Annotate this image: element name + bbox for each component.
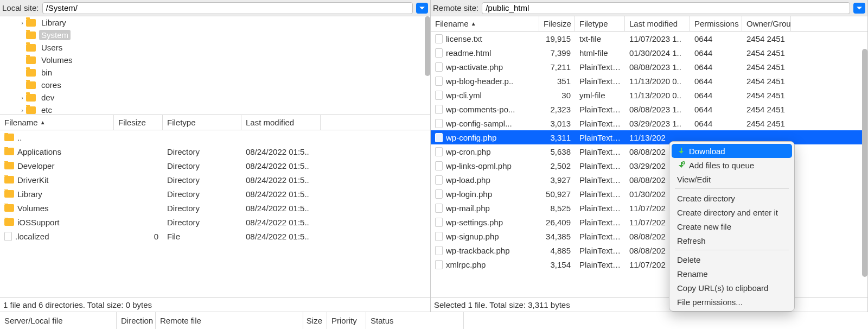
- file-type: PlainTextT..: [575, 161, 625, 170]
- file-permissions: 0644: [690, 105, 742, 114]
- file-owner: 2454 2451: [742, 77, 791, 86]
- menu-view-edit[interactable]: View/Edit: [672, 172, 792, 186]
- expand-arrow-icon[interactable]: ›: [18, 107, 26, 113]
- add-queue-icon: [677, 161, 686, 169]
- list-row[interactable]: iOSSupportDirectory08/24/2022 01:5..: [0, 215, 430, 229]
- file-type: PlainTextT..: [575, 62, 625, 72]
- tree-item[interactable]: cores: [0, 79, 430, 91]
- queue-col-priority[interactable]: Priority: [327, 312, 366, 329]
- list-row[interactable]: xmlrpc.php3,154PlainTextT..11/07/202: [431, 257, 867, 271]
- list-row[interactable]: wp-config.php3,311PlainTextT..11/13/202: [431, 130, 867, 144]
- queue-col-blank: [464, 312, 868, 329]
- menu-refresh[interactable]: Refresh: [672, 233, 792, 248]
- tree-item[interactable]: ›Library: [0, 16, 430, 29]
- local-col-filename[interactable]: Filename ▲: [0, 115, 114, 130]
- remote-site-dropdown[interactable]: [853, 3, 865, 14]
- folder-icon: [26, 94, 36, 102]
- local-file-listing[interactable]: ..ApplicationsDirectory08/24/2022 01:5..…: [0, 130, 430, 298]
- file-name: wp-signup.php: [446, 232, 499, 241]
- menu-add-to-queue[interactable]: Add files to queue: [672, 158, 792, 172]
- list-row[interactable]: LibraryDirectory08/24/2022 01:5..: [0, 187, 430, 201]
- tree-item[interactable]: ›etc: [0, 104, 430, 115]
- remote-site-input[interactable]: [482, 2, 850, 14]
- expand-arrow-icon[interactable]: ›: [18, 94, 26, 101]
- local-col-filesize[interactable]: Filesize: [114, 115, 163, 130]
- file-permissions: 0644: [690, 48, 742, 58]
- list-row[interactable]: wp-activate.php7,211PlainTextT..08/08/20…: [431, 60, 867, 74]
- local-tree-scrollbar[interactable]: [425, 16, 430, 76]
- queue-col-direction[interactable]: Direction: [117, 312, 156, 329]
- list-row[interactable]: DriverKitDirectory08/24/2022 01:5..: [0, 173, 430, 187]
- list-row[interactable]: wp-links-opml.php2,502PlainTextT..03/29/…: [431, 159, 867, 173]
- file-modified: 08/24/2022 01:5..: [241, 189, 321, 199]
- menu-create-file[interactable]: Create new file: [672, 219, 792, 233]
- file-name: Applications: [17, 147, 61, 156]
- file-type: PlainTextT..: [575, 133, 625, 142]
- file-name: wp-load.php: [446, 175, 490, 185]
- list-row[interactable]: wp-mail.php8,525PlainTextT..11/07/202: [431, 201, 867, 215]
- remote-col-owner[interactable]: Owner/Group: [742, 16, 791, 31]
- file-name: Volumes: [17, 204, 49, 213]
- tree-item[interactable]: bin: [0, 66, 430, 79]
- remote-col-filetype[interactable]: Filetype: [575, 16, 625, 31]
- local-col-modified[interactable]: Last modified: [241, 115, 321, 130]
- menu-file-permissions[interactable]: File permissions...: [672, 295, 792, 309]
- list-row[interactable]: wp-settings.php26,409PlainTextT..11/07/2…: [431, 215, 867, 229]
- tree-item[interactable]: ›dev: [0, 91, 430, 104]
- list-row[interactable]: VolumesDirectory08/24/2022 01:5..: [0, 201, 430, 215]
- local-header-row: Filename ▲ Filesize Filetype Last modifi…: [0, 115, 430, 130]
- file-icon: [435, 62, 443, 72]
- file-name: Developer: [17, 161, 54, 170]
- list-row[interactable]: .localized0File08/24/2022 01:5..: [0, 229, 430, 243]
- list-row[interactable]: wp-signup.php34,385PlainTextT..08/08/202: [431, 229, 867, 243]
- list-row[interactable]: wp-blog-header.p..351PlainTextT..11/13/2…: [431, 74, 867, 88]
- list-row[interactable]: wp-comments-po...2,323PlainTextT..08/08/…: [431, 102, 867, 116]
- queue-col-remote[interactable]: Remote file: [156, 312, 303, 329]
- list-row[interactable]: license.txt19,915txt-file11/07/2023 1..0…: [431, 31, 867, 46]
- queue-col-status[interactable]: Status: [366, 312, 464, 329]
- list-row[interactable]: wp-trackback.php4,885PlainTextT..08/08/2…: [431, 243, 867, 257]
- remote-scrollbar[interactable]: [862, 49, 867, 277]
- remote-col-modified[interactable]: Last modified: [625, 16, 690, 31]
- list-row[interactable]: ApplicationsDirectory08/24/2022 01:5..: [0, 144, 430, 159]
- file-modified: 08/08/2023 1..: [625, 62, 690, 72]
- menu-copy-url[interactable]: Copy URL(s) to clipboard: [672, 281, 792, 295]
- menu-rename[interactable]: Rename: [672, 267, 792, 281]
- file-type: Directory: [163, 204, 241, 213]
- menu-create-directory-enter[interactable]: Create directory and enter it: [672, 205, 792, 219]
- remote-file-listing[interactable]: license.txt19,915txt-file11/07/2023 1..0…: [431, 31, 867, 298]
- local-col-filetype[interactable]: Filetype: [163, 115, 241, 130]
- local-site-dropdown[interactable]: [416, 3, 428, 14]
- list-row[interactable]: DeveloperDirectory08/24/2022 01:5..: [0, 159, 430, 173]
- list-row[interactable]: readme.html7,399html-file01/30/2024 1..0…: [431, 46, 867, 60]
- file-modified: 08/24/2022 01:5..: [241, 232, 321, 241]
- list-row[interactable]: wp-load.php3,927PlainTextT..08/08/202: [431, 173, 867, 187]
- list-row[interactable]: wp-config-sampl...3,013PlainTextT..03/29…: [431, 116, 867, 130]
- file-owner: 2454 2451: [742, 34, 791, 43]
- folder-icon: [4, 162, 14, 169]
- menu-create-directory[interactable]: Create directory: [672, 191, 792, 205]
- list-row[interactable]: wp-cli.yml30yml-file11/13/2020 0..064424…: [431, 88, 867, 102]
- file-type: PlainTextT..: [575, 246, 625, 255]
- queue-col-size[interactable]: Size: [303, 312, 327, 329]
- tree-item[interactable]: Volumes: [0, 54, 430, 66]
- list-row[interactable]: ..: [0, 130, 430, 144]
- tree-item[interactable]: Users: [0, 41, 430, 54]
- queue-col-server[interactable]: Server/Local file: [0, 312, 117, 329]
- menu-download[interactable]: Download: [672, 144, 792, 158]
- file-name: wp-settings.php: [446, 218, 503, 227]
- remote-col-permissions[interactable]: Permissions: [690, 16, 742, 31]
- remote-col-filename[interactable]: Filename ▲: [431, 16, 539, 31]
- local-status-bar: 1 file and 6 directories. Total size: 0 …: [0, 298, 430, 312]
- local-tree[interactable]: ›LibrarySystemUsersVolumesbincores›dev›e…: [0, 16, 430, 115]
- tree-item[interactable]: System: [0, 29, 430, 41]
- remote-site-label: Remote site:: [433, 3, 478, 12]
- remote-col-filesize[interactable]: Filesize: [539, 16, 575, 31]
- menu-delete[interactable]: Delete: [672, 252, 792, 267]
- expand-arrow-icon[interactable]: ›: [18, 20, 26, 26]
- list-row[interactable]: wp-login.php50,927PlainTextT..01/30/202: [431, 187, 867, 201]
- local-site-input[interactable]: [42, 2, 413, 14]
- file-modified: 08/24/2022 01:5..: [241, 147, 321, 156]
- list-row[interactable]: wp-cron.php5,638PlainTextT..08/08/202: [431, 144, 867, 159]
- file-name: wp-blog-header.p..: [446, 77, 513, 86]
